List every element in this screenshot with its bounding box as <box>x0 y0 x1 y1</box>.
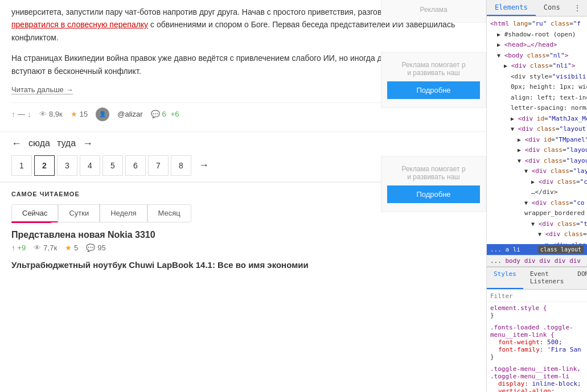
style-rule-toggle: .toggle-menu__item-link, .toggle-menu__i… <box>490 365 584 392</box>
ad-text-2: и развивать наш <box>387 69 480 77</box>
star-icon: ★ <box>71 110 77 118</box>
filter-bar <box>487 290 587 302</box>
devtools-settings-icon[interactable]: ⋮ <box>571 1 584 15</box>
eye-icon: 👁 <box>39 110 47 118</box>
ad-button-2[interactable]: Подробне <box>387 185 480 203</box>
tree-line[interactable]: ▼ <body class="nl"> <box>487 51 587 61</box>
breadcrumb-div-1[interactable]: div <box>524 257 536 265</box>
tree-line[interactable]: ▶ <div id="MathJax_Me <box>487 114 587 125</box>
popular-article-2-title[interactable]: Ультрабюджетный ноутбук Chuwi LapBook 14… <box>11 260 475 270</box>
page-2-active[interactable]: 2 <box>34 155 55 176</box>
selected-element-info: ... a li class layout <box>487 244 587 255</box>
ad-box-bottom: Реклама помогает р и развивать наш Подро… <box>381 156 486 212</box>
star-icon-2: ★ <box>65 244 72 252</box>
tree-line[interactable]: ▶ <head>…</head> <box>487 40 587 51</box>
styles-panel: Styles Event Listeners DOM element.style… <box>487 267 587 392</box>
tree-line[interactable]: ▼ <div class="layo <box>487 166 587 177</box>
tree-line[interactable]: 0px; height: 1px; wid <box>487 82 587 93</box>
tree-line[interactable]: ▶ <div class="nli"> <box>487 61 587 72</box>
read-more-link[interactable]: Читать дальше → <box>11 85 73 94</box>
page-3[interactable]: 3 <box>57 155 77 176</box>
ad-box-top: Реклама помогает р и развивать наш Подро… <box>381 52 486 108</box>
tree-line[interactable]: wrapper_bordered <box>487 208 587 219</box>
upvote-button[interactable]: ↑ <box>11 110 15 119</box>
tab-now[interactable]: Сейчас <box>11 204 58 222</box>
tree-line[interactable]: ▼ <div class= <box>487 229 587 240</box>
tab-week[interactable]: Неделя <box>100 204 147 222</box>
vote-buttons: ↑ — ↓ <box>11 110 31 119</box>
page-7[interactable]: 7 <box>148 155 169 176</box>
next-word: туда <box>57 138 76 148</box>
comment-icon: 💬 <box>151 110 160 118</box>
breadcrumb-div-4[interactable]: div <box>569 257 581 265</box>
tree-line[interactable]: ▶ <div class="co <box>487 177 587 188</box>
styles-tabs: Styles Event Listeners DOM <box>487 267 587 290</box>
popular-votes: ↑ +9 <box>11 244 26 252</box>
tree-line[interactable]: letter-spacing: norma <box>487 103 587 114</box>
next-page-arrow[interactable]: → <box>194 155 214 176</box>
tab-day[interactable]: Сутки <box>58 204 100 222</box>
page-8[interactable]: 8 <box>171 155 191 176</box>
tab-event-listeners[interactable]: Event Listeners <box>523 267 571 289</box>
style-rule-element: element.style { } <box>490 304 584 319</box>
page-6[interactable]: 6 <box>125 155 146 176</box>
popular-comments: 💬 95 <box>86 244 105 252</box>
tree-line[interactable]: ▼ <div class="layout" <box>487 124 587 135</box>
popular-views: 👁 7,7к <box>34 244 57 252</box>
prev-word: сюда <box>28 138 50 148</box>
up-icon: ↑ <box>11 244 15 252</box>
tree-line[interactable]: align: left; text-ind <box>487 93 587 104</box>
views-count: 👁 8,9к <box>39 110 63 118</box>
prev-arrow[interactable]: ← <box>11 138 22 150</box>
ad-button-1[interactable]: Подробне <box>387 81 480 99</box>
left-panel: университета, запустили пару чат-ботов н… <box>0 0 487 392</box>
stars-count: ★ 15 <box>71 110 88 118</box>
page-5[interactable]: 5 <box>102 155 123 176</box>
styles-content: element.style { } .fonts-loaded .toggle-… <box>487 302 587 392</box>
breadcrumb-body[interactable]: body <box>506 257 521 265</box>
tab-dom[interactable]: DOM <box>570 267 587 289</box>
tree-line[interactable]: ▶ <div id="TMpanel"> <box>487 135 587 146</box>
class-layout-badge: class layout <box>538 246 584 253</box>
comment-icon-2: 💬 <box>86 244 95 252</box>
devtools-tabs: Elements Cons ⋮ <box>487 0 587 16</box>
comments-count: 💬 6 +6 <box>151 110 179 118</box>
tab-elements[interactable]: Elements <box>487 0 536 16</box>
filter-input[interactable] <box>490 292 584 300</box>
tree-line[interactable]: ▶ <div class="layou <box>487 145 587 156</box>
popular-article-1-title[interactable]: Представлена новая Nokia 3310 <box>11 230 475 240</box>
avatar: 👤 <box>96 108 109 121</box>
tab-styles[interactable]: Styles <box>487 267 523 289</box>
breadcrumb-div-2[interactable]: div <box>539 257 551 265</box>
tree-line[interactable]: <div style="visibili <box>487 72 587 82</box>
tree-line[interactable]: ▼ <div class="layout <box>487 156 587 167</box>
tree-line[interactable]: <html lang="ru" class="f <box>487 19 587 30</box>
nav-links: ← сюда туда → <box>11 138 475 150</box>
ad-box-mid: Реклама <box>381 0 486 23</box>
downvote-button[interactable]: ↓ <box>27 110 31 119</box>
tree-line[interactable]: ▼ <div class="t <box>487 219 587 230</box>
html-tree[interactable]: <html lang="ru" class="f ▶ #shadow-root … <box>487 16 587 244</box>
tree-line[interactable]: …</div> <box>487 187 587 198</box>
popular-stars: ★ 5 <box>65 244 78 252</box>
ad-bottom: Реклама помогает р и развивать наш Подро… <box>381 156 486 212</box>
popular-article-1-meta: ↑ +9 👁 7,7к ★ 5 💬 95 <box>11 244 475 252</box>
page-1[interactable]: 1 <box>11 155 32 176</box>
tab-month[interactable]: Месяц <box>147 204 191 222</box>
ad-text-1: Реклама помогает р <box>387 61 480 69</box>
vote-divider: — <box>18 110 25 118</box>
tree-line[interactable]: ▶ #shadow-root (open) <box>487 30 587 40</box>
tab-console[interactable]: Cons <box>536 0 568 16</box>
author-link[interactable]: @alizar <box>117 110 142 118</box>
breadcrumb-bar[interactable]: ... body div div div div <box>487 255 587 267</box>
next-arrow[interactable]: → <box>83 138 93 150</box>
tree-line[interactable]: ▼ <div class <box>487 240 587 245</box>
page-4[interactable]: 4 <box>80 155 100 176</box>
devtools-panel: Elements Cons ⋮ <html lang="ru" class="f… <box>487 0 587 392</box>
eye-icon-2: 👁 <box>34 244 41 252</box>
devtools-icons: ⋮ <box>571 0 587 16</box>
breadcrumb-div-3[interactable]: div <box>555 257 566 265</box>
breadcrumb-ellipsis: ... <box>490 257 506 265</box>
ad-mid: Реклама <box>381 0 486 28</box>
tree-line[interactable]: ▼ <div class="co <box>487 198 587 209</box>
